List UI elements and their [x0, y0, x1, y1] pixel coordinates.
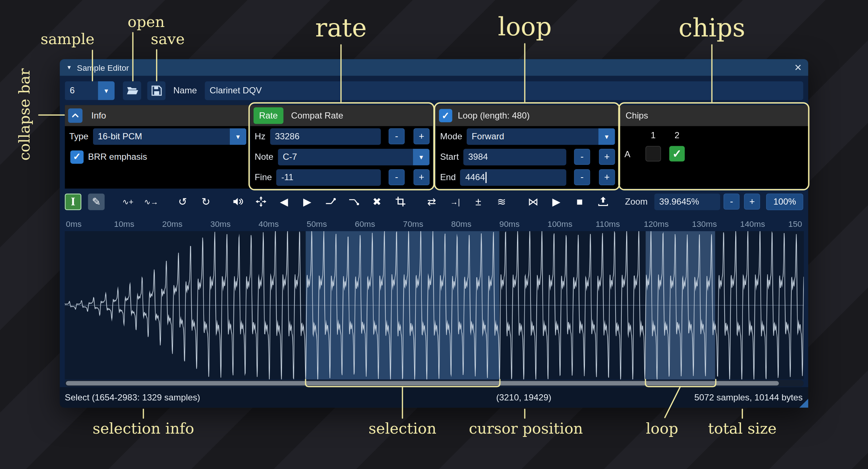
stop-preview-button[interactable]: ■: [571, 193, 588, 210]
chevron-down-icon[interactable]: ▼: [98, 81, 115, 100]
chevron-up-icon: [71, 111, 80, 120]
timeline-label: 10ms: [114, 219, 135, 229]
zoom-value: 39.9645%: [659, 197, 699, 206]
loop-end-decrement-button[interactable]: -: [574, 169, 590, 185]
chevron-down-icon[interactable]: ▼: [230, 128, 247, 144]
name-input[interactable]: Clarinet DQV: [205, 81, 803, 100]
panels-row: Info Type 16-bit PCM ▼ ✓ BRR emphasis: [65, 105, 809, 189]
reverse-button[interactable]: ⇄: [424, 193, 440, 210]
resize-grip[interactable]: [799, 399, 808, 407]
timeline-label: 30ms: [211, 219, 231, 229]
timeline-label: 110ms: [596, 219, 620, 229]
draw-mode-icon: ✎: [92, 195, 101, 208]
waveform-scrollbar[interactable]: [65, 380, 804, 387]
save-button[interactable]: [147, 81, 166, 100]
fine-input[interactable]: -11: [276, 169, 381, 185]
annotation-loop: loop: [498, 14, 552, 39]
chip-row-label: A: [624, 149, 630, 159]
text-caret: [486, 172, 486, 183]
fade-out-button[interactable]: ▶: [299, 193, 316, 210]
loop-start-input[interactable]: 3984: [463, 148, 567, 165]
chips-panel: Chips 1 2 A ✓: [620, 105, 808, 189]
waveform-canvas[interactable]: [65, 231, 804, 379]
loop-start-increment-button[interactable]: +: [599, 149, 615, 165]
loop-end-increment-button[interactable]: +: [599, 169, 615, 185]
loop-mode-dropdown[interactable]: Forward ▼: [467, 128, 615, 144]
scrollbar-thumb[interactable]: [66, 381, 779, 385]
redo-button[interactable]: ↻: [198, 193, 215, 210]
info-panel-header[interactable]: Info: [65, 105, 250, 126]
titlebar[interactable]: ▼ Sample Editor ×: [60, 59, 808, 75]
fine-label: Fine: [255, 172, 272, 182]
annotation-chips: chips: [679, 15, 745, 40]
fade-in-button[interactable]: ◀: [276, 193, 293, 210]
create-instrument-button[interactable]: [594, 193, 611, 210]
annotation-total-size: total size: [708, 421, 777, 436]
chip-2-checkbox[interactable]: ✓: [669, 146, 684, 161]
timeline-ruler[interactable]: 0ms10ms20ms30ms40ms50ms60ms70ms80ms90ms1…: [65, 214, 804, 231]
zoom-reset-button[interactable]: 100%: [766, 193, 803, 210]
annotation-cursor-position: cursor position: [469, 421, 583, 436]
loop-start-row: Start 3984 - +: [436, 147, 618, 167]
waveform-view[interactable]: [65, 231, 804, 379]
type-dropdown[interactable]: 16-bit PCM ▼: [93, 128, 246, 144]
rate-badge-button[interactable]: Rate: [254, 107, 283, 124]
delete-button[interactable]: ✖: [369, 193, 385, 210]
fade-in-icon: ◀: [280, 195, 288, 208]
hz-decrement-button[interactable]: -: [389, 128, 405, 144]
apply-silence-button[interactable]: [346, 193, 362, 210]
collapse-bar-button[interactable]: [68, 108, 82, 123]
normalize-button[interactable]: [252, 193, 269, 210]
resize-button[interactable]: ∿+: [120, 193, 136, 210]
loop-enable-checkbox[interactable]: ✓: [439, 109, 452, 122]
loop-end-input[interactable]: 4464: [460, 169, 567, 185]
selection-info-text: Select (1654-2983: 1329 samples): [65, 387, 200, 408]
trim-button[interactable]: [392, 193, 409, 210]
chip-1-checkbox[interactable]: [645, 146, 661, 161]
zoom-out-button[interactable]: -: [724, 194, 740, 210]
hz-increment-button[interactable]: +: [413, 128, 429, 144]
undo-icon: ↺: [178, 195, 187, 208]
window-title: Sample Editor: [77, 63, 129, 72]
timeline-label: 150: [788, 219, 802, 229]
preview-sample-button[interactable]: ▶: [548, 193, 565, 210]
chevron-down-icon[interactable]: ▼: [413, 148, 430, 165]
resample-button[interactable]: ∿→: [143, 193, 159, 210]
redo-icon: ↻: [201, 195, 210, 208]
invert-button[interactable]: →|: [447, 193, 463, 210]
zoom-input[interactable]: 39.9645%: [654, 193, 720, 210]
fine-decrement-button[interactable]: -: [389, 169, 405, 185]
zoom-in-button[interactable]: +: [744, 194, 760, 210]
rate-panel: Rate Compat Rate Hz 33286 - + Note C-7 ▼: [250, 105, 433, 189]
open-button[interactable]: [123, 81, 141, 100]
sample-number-dropdown[interactable]: 6 ▼: [65, 81, 115, 100]
insert-silence-button[interactable]: [322, 193, 339, 210]
timeline-label: 120ms: [644, 219, 669, 229]
sample-number-value: 6: [65, 81, 98, 100]
amplify-button[interactable]: [229, 193, 246, 210]
crossfade-icon: ⋈: [528, 195, 539, 208]
sign-invert-button[interactable]: ±: [470, 193, 487, 210]
fade-out-icon: ▶: [303, 195, 311, 208]
note-dropdown[interactable]: C-7 ▼: [278, 148, 429, 165]
trim-icon: [394, 196, 406, 208]
fine-increment-button[interactable]: +: [413, 169, 429, 185]
close-icon[interactable]: ×: [794, 61, 802, 73]
window-collapse-icon[interactable]: ▼: [66, 65, 72, 70]
loop-end-value: 4464: [465, 172, 485, 182]
undo-button[interactable]: ↺: [174, 193, 191, 210]
brr-emphasis-checkbox[interactable]: ✓: [70, 150, 84, 163]
chevron-down-icon[interactable]: ▼: [598, 128, 615, 144]
info-panel: Info Type 16-bit PCM ▼ ✓ BRR emphasis: [65, 105, 250, 189]
loop-start-decrement-button[interactable]: -: [574, 149, 590, 165]
timeline-label: 0ms: [66, 219, 82, 229]
resample-icon: ∿→: [144, 197, 158, 206]
status-bar: Select (1654-2983: 1329 samples) (3210, …: [60, 387, 808, 408]
hz-input[interactable]: 33286: [270, 128, 381, 144]
annotation-selection: selection: [369, 421, 436, 436]
apply-filter-button[interactable]: ≋: [493, 193, 510, 210]
sample-editor-window: ▼ Sample Editor × 6 ▼: [60, 59, 808, 407]
select-mode-button[interactable]: I: [65, 193, 82, 210]
draw-mode-button[interactable]: ✎: [88, 193, 105, 210]
crossfade-button[interactable]: ⋈: [525, 193, 541, 210]
